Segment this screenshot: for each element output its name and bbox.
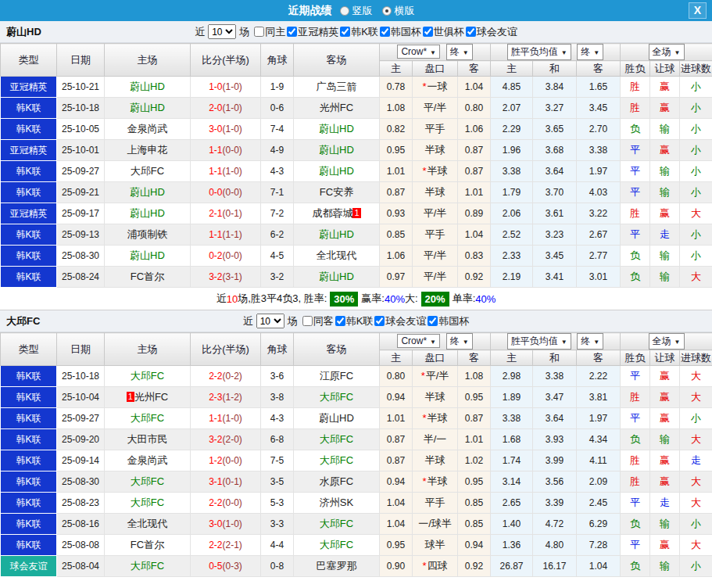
league-checkbox-input[interactable] — [466, 27, 476, 37]
home-team-name: FC首尔 — [131, 271, 164, 282]
league-type-cell: 韩K联 — [1, 450, 57, 471]
sub-col-wdl: 胜负 — [621, 61, 650, 77]
away-team-name: 光州FC — [320, 102, 353, 113]
handicap-cell: *一球 — [413, 77, 458, 98]
radio-horizontal-layout[interactable]: 横版 — [382, 4, 415, 18]
count-value: 10 — [227, 293, 238, 305]
away-team-name: 广岛三箭 — [317, 81, 357, 92]
same-venue-checkbox[interactable]: 同客 — [302, 314, 334, 328]
league-checkbox-input[interactable] — [428, 316, 438, 326]
radio-unchecked-icon[interactable] — [340, 6, 349, 16]
home-team-cell: 浦项制铁 — [105, 224, 191, 246]
goals-result-cell: 走 — [680, 450, 712, 471]
score-cell: 3-0(1-0) — [191, 119, 261, 140]
odds-time-dropdown[interactable]: 终▼ — [446, 333, 473, 350]
league-checkbox-input[interactable] — [287, 27, 297, 37]
avg-home-cell: 2.19 — [491, 267, 533, 288]
avg-away-cell: 4.11 — [577, 450, 621, 471]
match-row: 韩K联25-08-23大邱FC2-2(0-0)5-3济州SK1.04平手0.85… — [1, 493, 712, 514]
same-venue-input[interactable] — [302, 316, 313, 326]
same-venue-label: 同主 — [265, 25, 285, 39]
league-checkbox[interactable]: 韩K联 — [340, 25, 378, 39]
odds-away-cell: 0.87 — [458, 161, 491, 182]
same-venue-checkbox[interactable]: 同主 — [254, 25, 285, 39]
league-checkbox[interactable]: 球会友谊 — [466, 25, 517, 39]
league-type-cell: 韩K联 — [1, 267, 57, 288]
result-label: 小 — [691, 81, 701, 92]
odds-home-cell: 1.06 — [380, 246, 413, 267]
league-checkbox-input[interactable] — [374, 316, 385, 326]
league-checkbox[interactable]: 韩国杯 — [380, 25, 421, 39]
result-label: 赢 — [660, 391, 670, 403]
same-venue-input[interactable] — [254, 27, 264, 37]
fulltime-score: 2-2 — [209, 497, 222, 508]
chevron-down-icon: ▼ — [561, 339, 567, 346]
home-team-name: 蔚山HD — [130, 81, 165, 92]
col-corner: 角球 — [261, 333, 294, 366]
odds-away-cell: 1.06 — [458, 119, 491, 140]
league-checkbox[interactable]: 韩国杯 — [428, 314, 469, 328]
away-team-cell: 蔚山HD — [294, 119, 380, 140]
league-checkbox-input[interactable] — [340, 27, 350, 37]
fulltime-dropdown[interactable]: 全场▼ — [649, 333, 685, 350]
away-team-name: 成都蓉城 — [312, 207, 352, 219]
result-label: 输 — [660, 433, 670, 445]
odds-time-dropdown[interactable]: 终▼ — [446, 44, 473, 60]
result-label: 输 — [660, 123, 670, 134]
avg-time-dropdown[interactable]: 终▼ — [577, 333, 603, 350]
fulltime-score: 1-1 — [209, 145, 222, 156]
handicap-cell: 半球 — [413, 140, 458, 161]
col-type: 类型 — [1, 44, 57, 77]
league-checkbox-input[interactable] — [335, 316, 345, 326]
matches-body: 亚冠精英25-10-21蔚山HD1-0(1-0)1-9广岛三箭0.78*一球1.… — [1, 77, 712, 288]
match-count-select[interactable]: 10 — [208, 24, 236, 39]
avg-time-dropdown[interactable]: 终▼ — [577, 44, 603, 60]
date-cell: 25-09-14 — [57, 450, 105, 471]
league-type-cell: 韩K联 — [1, 514, 57, 535]
wdl-result-cell: 平 — [621, 161, 650, 182]
avg-type-dropdown[interactable]: 胜平负均值▼ — [507, 44, 571, 60]
handicap-cell: 一/球半 — [413, 514, 458, 535]
table-header: 类型 日期 主场 比分(半场) 角球 客场 Crow*▼ 终▼ 胜平负均值▼ 终… — [1, 44, 712, 77]
away-team-name: 全北现代 — [317, 249, 357, 261]
avg-home-cell: 1.89 — [491, 387, 533, 408]
handicap-cell: 平手 — [413, 119, 458, 140]
home-team-cell: 金泉尚武 — [105, 119, 191, 140]
odds-company-dropdown[interactable]: Crow*▼ — [397, 45, 440, 59]
league-checkbox-input[interactable] — [423, 27, 433, 37]
corner-cell: 3-3 — [261, 514, 294, 535]
close-icon[interactable]: X — [689, 2, 707, 19]
league-checkbox[interactable]: 亚冠精英 — [287, 25, 338, 39]
league-checkbox[interactable]: 韩K联 — [335, 314, 374, 328]
handicap-cell: *半球 — [413, 408, 458, 429]
fulltime-dropdown[interactable]: 全场▼ — [649, 44, 685, 60]
wdl-result-cell: 胜 — [621, 471, 650, 493]
league-checkbox[interactable]: 世俱杯 — [423, 25, 464, 39]
match-row: 韩K联25-09-27大邱FC1-1(1-0)4-3蔚山HD1.01*半球0.8… — [1, 161, 712, 182]
wdl-result-cell: 平 — [621, 493, 650, 514]
summary-text: 场,胜3平4负3, 胜率: — [238, 292, 327, 306]
away-team-cell: 广岛三箭 — [294, 77, 380, 98]
chevron-down-icon: ▼ — [593, 49, 599, 56]
match-row: 亚冠精英25-09-17蔚山HD2-1(0-1)7-2成都蓉城10.93平/半0… — [1, 203, 712, 224]
corner-cell: 4-4 — [261, 535, 294, 556]
odds-company-dropdown[interactable]: Crow*▼ — [397, 334, 440, 348]
near-label: 近 — [243, 314, 253, 328]
goals-result-cell: 大 — [680, 493, 712, 514]
avg-type-dropdown[interactable]: 胜平负均值▼ — [507, 333, 571, 350]
radio-vertical-layout[interactable]: 竖版 — [340, 4, 373, 18]
odds-home-cell: 0.82 — [380, 119, 413, 140]
avg-away-cell: 2.22 — [577, 366, 621, 387]
avg-draw-cell: 3.99 — [533, 450, 577, 471]
match-count-select[interactable]: 10 — [256, 314, 284, 328]
home-team-cell: 蔚山HD — [105, 98, 191, 119]
avg-home-cell: 1.36 — [491, 535, 533, 556]
league-checkbox-input[interactable] — [380, 27, 390, 37]
wdl-result-cell: 胜 — [621, 77, 650, 98]
radio-checked-icon[interactable] — [382, 6, 392, 16]
avg-away-cell: 1.04 — [577, 556, 621, 577]
result-label: 平 — [630, 144, 640, 156]
league-checkbox[interactable]: 球会友谊 — [374, 314, 426, 328]
handicap-cell: *四球 — [413, 556, 458, 577]
away-team-name: 大邱FC — [320, 433, 353, 445]
